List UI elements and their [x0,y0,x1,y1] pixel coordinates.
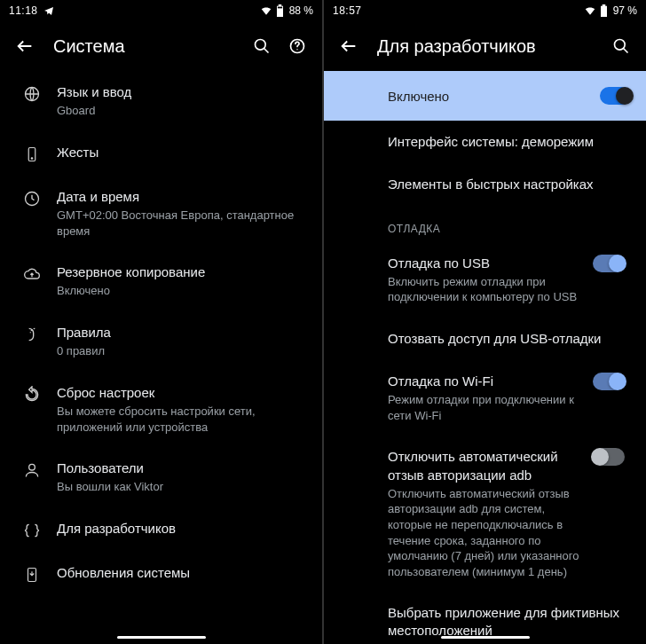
wifi-icon [260,4,272,17]
wifi-icon [584,4,596,17]
item-subtitle: Включено [57,283,308,299]
master-toggle-row[interactable]: Включено [324,71,646,121]
item-update[interactable]: Обновления системы [0,552,322,596]
item-title: Интерфейс системы: деморежим [388,133,632,151]
item-title: Дата и время [57,188,308,206]
item-subtitle: Вы вошли как Viktor [57,479,308,495]
item-demo-mode[interactable]: Интерфейс системы: деморежим [324,121,646,163]
cloud-icon [22,265,42,283]
back-button[interactable] [331,28,366,64]
item-title: Отозвать доступ для USB-отладки [388,330,632,348]
section-debug: ОТЛАДКА [324,207,646,242]
toggle-adb-auth-timeout[interactable] [593,448,625,466]
item-title: Отладка по Wi-Fi [388,373,586,390]
reset-icon [23,386,41,404]
nav-handle[interactable] [441,636,530,639]
item-subtitle: Отключить автоматический отзыв авторизац… [388,486,586,579]
settings-list: Включено Интерфейс системы: деморежим Эл… [324,71,646,644]
item-backup[interactable]: Резервное копированиеВключено [0,251,322,311]
rules-icon [23,326,41,343]
item-title: Язык и ввод [57,83,308,101]
master-toggle-label: Включено [388,89,600,104]
clock: 11:18 [9,4,38,17]
status-bar: 18:57 97 % [324,0,646,21]
item-title: Обновления системы [57,564,308,582]
globe-icon [23,85,41,103]
item-wifi-debugging[interactable]: Отладка по Wi-FiРежим отладки при подклю… [324,360,646,436]
item-usb-debugging[interactable]: Отладка по USBВключить режим отладки при… [324,242,646,318]
item-subtitle: Режим отладки при подключении к сети Wi-… [388,392,586,423]
svg-point-7 [31,158,33,160]
svg-rect-0 [278,8,282,17]
item-subtitle: Gboard [57,103,308,119]
app-bar: Для разработчиков [324,21,646,71]
item-developer[interactable]: Для разработчиков [0,507,322,552]
gesture-icon [24,145,40,163]
item-gestures[interactable]: Жесты [0,131,322,176]
item-title: Для разработчиков [57,520,308,538]
nav-handle[interactable] [117,636,206,639]
battery-icon [276,4,284,17]
item-datetime[interactable]: Дата и времяGMT+02:00 Восточная Европа, … [0,176,322,251]
item-subtitle: 0 правил [57,343,308,359]
battery-icon [600,4,608,17]
item-title: Жесты [57,144,308,161]
help-button[interactable] [280,28,315,64]
item-subtitle: Вы можете сбросить настройки сети, прило… [57,404,308,435]
item-adb-auth-timeout[interactable]: Отключить автоматический отзыв авторизац… [324,436,646,592]
item-quick-settings-tiles[interactable]: Элементы в быстрых настройках [324,163,646,206]
status-bar: 11:18 88 % [0,0,322,21]
page-title: Система [43,36,244,57]
item-rules[interactable]: Правила0 правил [0,311,322,372]
screen-system: 11:18 88 % Система Язык и вводGboard [0,0,322,644]
item-users[interactable]: ПользователиВы вошли как Viktor [0,447,322,507]
settings-list: Язык и вводGboard Жесты Дата и времяGMT+… [0,71,322,644]
item-language[interactable]: Язык и вводGboard [0,71,322,131]
back-button[interactable] [7,28,43,64]
item-title: Сброс настроек [57,384,308,402]
item-subtitle: Включить режим отладки при подключении к… [388,274,586,305]
svg-point-9 [29,464,35,470]
update-icon [24,566,40,584]
search-button[interactable] [603,28,639,64]
item-revoke-usb[interactable]: Отозвать доступ для USB-отладки [324,318,646,360]
item-title: Правила [57,324,308,342]
item-title: Выбрать приложение для фиктивных местопо… [388,604,632,640]
svg-rect-1 [278,7,282,9]
search-button[interactable] [244,28,280,64]
clock-icon [23,190,41,208]
item-subtitle: GMT+02:00 Восточная Европа, стандартное … [57,208,308,239]
item-title: Элементы в быстрых настройках [388,176,632,193]
svg-point-4 [296,49,297,50]
battery-percent: 88 % [289,4,313,17]
clock: 18:57 [333,4,362,17]
page-title: Для разработчиков [366,36,603,57]
screen-developer: 18:57 97 % Для разработчиков Включено Ин… [324,0,646,644]
app-bar: Система [0,21,322,71]
item-title: Отключить автоматический отзыв авторизац… [388,448,586,484]
item-title: Резервное копирование [57,263,308,281]
item-title: Пользователи [57,459,308,477]
braces-icon [23,522,41,539]
toggle-usb-debugging[interactable] [593,255,625,272]
toggle-wifi-debugging[interactable] [593,373,625,390]
user-icon [23,461,41,479]
master-toggle[interactable] [600,87,632,105]
svg-point-11 [615,40,626,51]
telegram-icon [43,5,54,16]
svg-point-2 [256,40,266,51]
item-title: Отладка по USB [388,255,586,272]
item-reset[interactable]: Сброс настроекВы можете сбросить настрой… [0,372,322,447]
battery-percent: 97 % [613,4,637,17]
